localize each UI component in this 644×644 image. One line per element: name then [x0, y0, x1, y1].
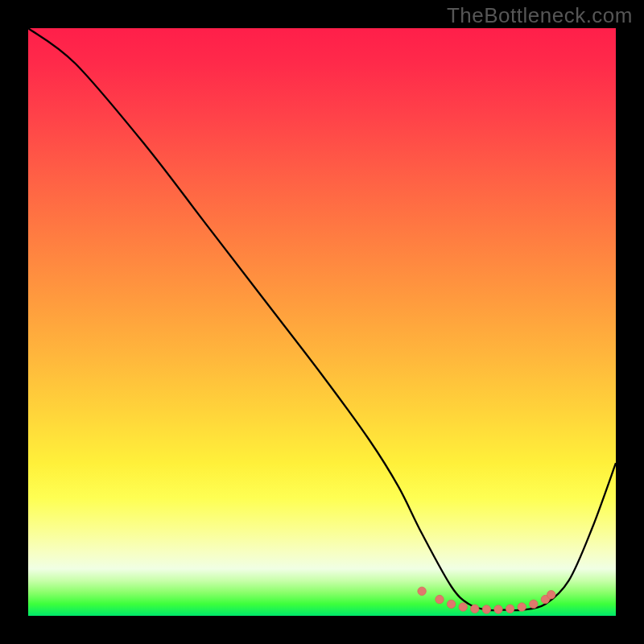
marker-dot [447, 600, 455, 608]
optimal-markers [418, 587, 555, 613]
marker-dot [482, 605, 490, 613]
marker-dot [436, 595, 444, 603]
marker-dot [506, 605, 514, 613]
marker-dot [459, 603, 467, 611]
watermark-label: TheBottleneck.com [447, 3, 633, 28]
curve-layer [28, 28, 616, 616]
plot-area [28, 28, 616, 616]
marker-dot [418, 587, 426, 595]
marker-dot [494, 605, 502, 613]
marker-dot [530, 600, 538, 608]
chart-frame: TheBottleneck.com [0, 0, 644, 644]
marker-dot [518, 603, 526, 611]
marker-dot [547, 591, 555, 599]
bottleneck-curve [28, 28, 616, 610]
marker-dot [471, 605, 479, 613]
